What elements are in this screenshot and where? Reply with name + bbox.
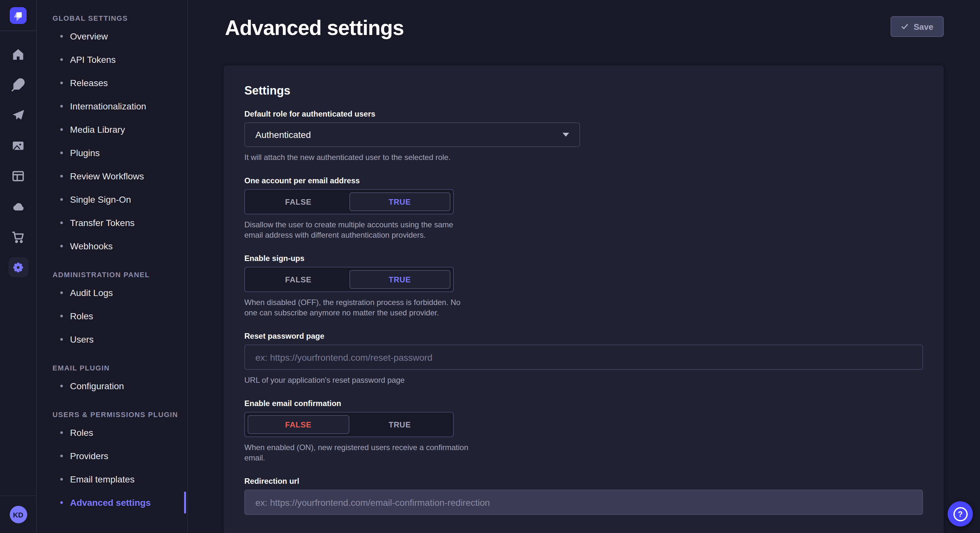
- sidebar-item-providers[interactable]: Providers: [52, 444, 187, 468]
- user-avatar[interactable]: KD: [10, 506, 27, 523]
- sidebar-item-label: Configuration: [70, 381, 124, 391]
- field-redirection-url: Redirection url: [244, 477, 923, 515]
- sidebar-item-audit-logs[interactable]: Audit Logs: [52, 281, 187, 305]
- sidebar-item-label: Roles: [70, 427, 93, 438]
- bullet-icon: [60, 501, 63, 504]
- bullet-icon: [60, 245, 63, 247]
- field-hint: URL of your application's reset password…: [244, 375, 923, 385]
- field-hint: When enabled (ON), new registered users …: [244, 443, 471, 463]
- bullet-icon: [60, 105, 63, 108]
- bullet-icon: [60, 82, 63, 84]
- strapi-admin-app: KD GLOBAL SETTINGS Overview API Tokens R…: [0, 0, 980, 533]
- sidebar-item-internationalization[interactable]: Internationalization: [52, 95, 187, 118]
- check-icon: [900, 23, 908, 30]
- settings-sidebar: GLOBAL SETTINGS Overview API Tokens Rele…: [37, 0, 188, 533]
- settings-card: Settings Default role for authenticated …: [224, 65, 944, 533]
- sidebar-item-admin-roles[interactable]: Roles: [52, 305, 187, 328]
- sidebar-item-releases[interactable]: Releases: [52, 71, 187, 95]
- field-reset-password-page: Reset password page URL of your applicat…: [244, 332, 923, 385]
- sidebar-item-advanced-settings[interactable]: Advanced settings: [52, 491, 187, 514]
- bullet-icon: [60, 385, 63, 387]
- sidebar-item-label: Plugins: [70, 148, 100, 158]
- sidebar-item-label: Internationalization: [70, 101, 146, 111]
- field-label: Reset password page: [244, 332, 923, 341]
- bullet-icon: [60, 58, 63, 61]
- feather-icon[interactable]: [0, 69, 37, 100]
- sidebar-item-label: Roles: [70, 311, 93, 321]
- strapi-logo-icon[interactable]: [10, 7, 27, 24]
- sidebar-item-label: Email templates: [70, 474, 135, 484]
- sidebar-item-review-workflows[interactable]: Review Workflows: [52, 165, 187, 188]
- icon-sidebar: KD: [0, 0, 37, 533]
- toggle-true-option[interactable]: TRUE: [349, 192, 450, 211]
- sidebar-item-email-configuration[interactable]: Configuration: [52, 374, 187, 398]
- question-mark-icon: ?: [953, 507, 967, 521]
- toggle-false-option[interactable]: FALSE: [248, 415, 349, 434]
- help-button[interactable]: ?: [948, 501, 973, 527]
- field-label: Redirection url: [244, 477, 923, 486]
- field-hint: It will attach the new authenticated use…: [244, 152, 923, 163]
- sidebar-item-overview[interactable]: Overview: [52, 25, 187, 48]
- section-title-users-permissions-plugin: USERS & PERMISSIONS PLUGIN: [52, 409, 187, 420]
- sidebar-item-single-sign-on[interactable]: Single Sign-On: [52, 188, 187, 211]
- reset-password-input[interactable]: [244, 344, 923, 370]
- active-icon-highlight: [8, 257, 28, 277]
- field-hint: Disallow the user to create multiple acc…: [244, 219, 471, 240]
- sidebar-item-label: Releases: [70, 78, 108, 88]
- bullet-icon: [60, 478, 63, 481]
- bullet-icon: [60, 431, 63, 434]
- settings-gear-icon[interactable]: [0, 252, 37, 282]
- toggle-true-option[interactable]: TRUE: [349, 270, 450, 289]
- save-button-label: Save: [913, 22, 933, 32]
- cloud-icon[interactable]: [0, 191, 37, 222]
- sign-ups-toggle: FALSE TRUE: [244, 267, 454, 292]
- bullet-icon: [60, 175, 63, 178]
- card-title: Settings: [244, 84, 923, 98]
- one-account-toggle: FALSE TRUE: [244, 189, 454, 214]
- email-confirmation-toggle: FALSE TRUE: [244, 412, 454, 437]
- field-label: Enable sign-ups: [244, 254, 923, 263]
- sidebar-item-admin-users[interactable]: Users: [52, 328, 187, 351]
- bullet-icon: [60, 292, 63, 294]
- sidebar-item-label: Review Workflows: [70, 171, 144, 181]
- sidebar-item-api-tokens[interactable]: API Tokens: [52, 48, 187, 71]
- sidebar-item-label: Transfer Tokens: [70, 217, 135, 228]
- toggle-true-option[interactable]: TRUE: [349, 415, 450, 434]
- field-one-account-per-email: One account per email address FALSE TRUE…: [244, 176, 923, 240]
- toggle-false-option[interactable]: FALSE: [248, 192, 349, 211]
- sidebar-item-up-roles[interactable]: Roles: [52, 421, 187, 444]
- select-value: Authenticated: [255, 130, 311, 140]
- field-default-role: Default role for authenticated users Aut…: [244, 109, 923, 163]
- toggle-false-option[interactable]: FALSE: [248, 270, 349, 289]
- divider: [0, 30, 37, 31]
- sidebar-item-label: Media Library: [70, 124, 125, 135]
- paper-plane-icon[interactable]: [0, 100, 37, 130]
- sidebar-item-label: Webhooks: [70, 241, 113, 251]
- sidebar-item-label: Users: [70, 334, 94, 344]
- field-label: One account per email address: [244, 176, 923, 186]
- layout-icon[interactable]: [0, 160, 37, 191]
- sidebar-item-webhooks[interactable]: Webhooks: [52, 235, 187, 258]
- sidebar-item-label: API Tokens: [70, 54, 116, 65]
- sidebar-item-plugins[interactable]: Plugins: [52, 141, 187, 165]
- save-button[interactable]: Save: [890, 16, 944, 37]
- pictures-icon[interactable]: [0, 130, 37, 160]
- sidebar-item-label: Overview: [70, 31, 108, 41]
- cart-icon[interactable]: [0, 222, 37, 252]
- bullet-icon: [60, 35, 63, 38]
- sidebar-item-label: Single Sign-On: [70, 194, 131, 205]
- sidebar-item-label: Advanced settings: [70, 497, 151, 508]
- bullet-icon: [60, 222, 63, 224]
- chevron-down-icon: [563, 133, 569, 136]
- sidebar-item-media-library[interactable]: Media Library: [52, 118, 187, 141]
- sidebar-item-transfer-tokens[interactable]: Transfer Tokens: [52, 211, 187, 235]
- bullet-icon: [60, 455, 63, 457]
- bullet-icon: [60, 338, 63, 341]
- home-icon[interactable]: [0, 39, 37, 69]
- active-item-indicator: [184, 492, 186, 514]
- sidebar-item-email-templates[interactable]: Email templates: [52, 468, 187, 491]
- bullet-icon: [60, 128, 63, 131]
- redirection-url-input[interactable]: [244, 490, 923, 515]
- default-role-select[interactable]: Authenticated: [244, 122, 580, 147]
- section-title-administration-panel: ADMINISTRATION PANEL: [52, 270, 187, 280]
